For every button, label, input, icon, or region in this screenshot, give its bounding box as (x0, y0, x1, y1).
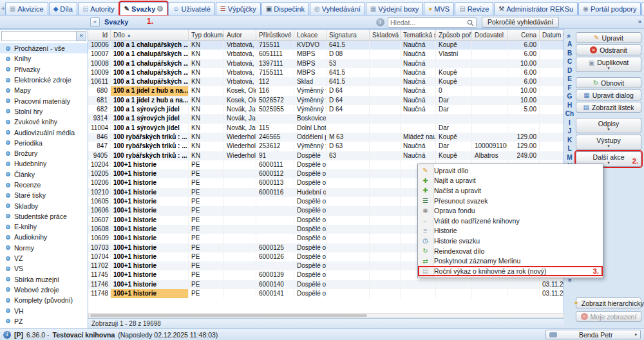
sidebar-item[interactable]: Články (0, 169, 88, 180)
menu-item-find-and-edit[interactable]: ✚Najít a upravit (418, 176, 603, 186)
table-row[interactable]: 10007100 a 1 chalupářských ...KNVrbatová… (88, 50, 564, 59)
sidebar-item[interactable]: VZ (0, 253, 88, 263)
sidebar-item[interactable]: Brožury (0, 148, 88, 158)
menu-item-annual-report[interactable]: ▤Roční výkaz o knihovně za rok (nový)3. (418, 266, 603, 276)
sidebar-item[interactable]: Studentské práce (0, 211, 88, 222)
column-header-skladova[interactable]: Skladová si... (370, 30, 401, 40)
sidebar-item[interactable]: Knihy (0, 53, 88, 64)
column-header-autor[interactable]: Autor (224, 30, 256, 40)
tab-search[interactable]: ◎Vyhledávání (310, 2, 365, 15)
tab-mvs[interactable]: ●MVS (424, 2, 454, 15)
alphabet-letter-h[interactable]: H (567, 101, 572, 110)
alphabet-letter-f[interactable]: F (567, 84, 571, 93)
sidebar-item[interactable]: VH (0, 305, 88, 316)
sidebar-item[interactable]: Hudebniny (0, 158, 88, 169)
table-row[interactable]: 680100 a 1 jídel z hub a na...KNKosek, O… (88, 86, 564, 95)
column-header-dilo[interactable]: Dílo▲ (111, 30, 189, 40)
delete-button[interactable]: ✕Odstranit (576, 44, 641, 55)
alphabet-letter-b[interactable]: B (567, 49, 572, 58)
menu-item-edit-work[interactable]: ✎Upravit dílo (418, 165, 603, 176)
column-header-id[interactable]: Id (88, 30, 111, 40)
sidebar-item[interactable]: Stolní hry (0, 106, 88, 117)
edit-dialog-button[interactable]: ▦Upravit dialog (576, 90, 641, 100)
sidebar-item[interactable]: Pracovní materiály (0, 95, 88, 106)
menu-item-provide-merlin-records[interactable]: ⇄Poskytnout záznamy Merlinu (418, 256, 603, 266)
alphabet-letter-d[interactable]: D (567, 66, 572, 75)
sidebar-item[interactable]: Webové zdroje (0, 285, 88, 295)
column-header-prirustkove[interactable]: Přírůstkové ... (256, 30, 294, 40)
expand-panel-icon[interactable]: » (638, 18, 641, 25)
tab-volumes[interactable]: ✎Svazky (120, 2, 168, 15)
tab-dispatching[interactable]: ▣Dispečink (261, 2, 309, 15)
sidebar-item[interactable]: Normy (0, 243, 88, 253)
alphabet-letter-c[interactable]: C (567, 57, 572, 66)
table-row[interactable]: 682100 a 1 sýrových jídelKNNovák, Jan502… (88, 105, 564, 114)
alphabet-letter-i[interactable]: I (569, 118, 571, 128)
table-row[interactable]: 9405100 rybářských triků : ...KNWiederho… (88, 151, 564, 160)
menu-item-fund-repair[interactable]: ✱Oprava fondu (418, 205, 603, 216)
horizontal-scrollbar[interactable] (88, 313, 564, 318)
sidebar-item[interactable]: PZ (0, 316, 88, 326)
advanced-search-button[interactable]: Pokročilé vyhledávání (482, 17, 559, 28)
scrollbar-thumb[interactable] (90, 314, 367, 317)
column-header-signatura[interactable]: Signatura (327, 30, 370, 40)
column-header-lokace[interactable]: Lokace (294, 30, 327, 40)
edit-button[interactable]: ✎Upravit (576, 32, 641, 43)
table-row[interactable]: 681100 a 1 jídel z hub a na...KNKosek, O… (88, 96, 564, 105)
sidebar-item[interactable]: VS (0, 263, 88, 274)
sidebar-item[interactable]: E-knihy (0, 222, 88, 232)
column-header-typ[interactable]: Typ dokume... (189, 30, 224, 40)
column-header-zpusob[interactable]: Způsob poří... (436, 30, 472, 40)
show-card-button[interactable]: ▤Zobrazit lístek (576, 102, 641, 113)
table-row[interactable]: 10006100 a 1 chalupářských ...KNVrbatová… (88, 41, 564, 50)
collapse-sidebar-button[interactable]: « (90, 17, 100, 27)
show-hierarchy-button[interactable]: ✦Zobrazit hierarchicky (576, 298, 641, 308)
sidebar-filter-input[interactable] (2, 33, 76, 40)
table-row[interactable]: 10008100 a 1 chalupářských ...KNVrbatová… (88, 59, 564, 68)
sidebar-item[interactable]: Sbírka muzejní (0, 274, 88, 285)
jump-to-top-icon[interactable]: « (566, 34, 574, 38)
menu-item-return-to-parent-library[interactable]: ←Vrátit do nadřízené knihovny (418, 216, 603, 226)
search-input[interactable] (390, 19, 467, 26)
sidebar-item[interactable]: Recenze (0, 180, 88, 190)
tab-authorities[interactable]: ▤Autority (78, 2, 119, 15)
table-row[interactable]: 11004100 a 1 sýrových jídelKNNovák, Jan1… (88, 124, 564, 133)
sidebar-item[interactable]: Mapy (0, 85, 88, 95)
tab-dispensing-boxes[interactable]: ▦Výdejní boxy (366, 2, 423, 15)
column-header-tematicka[interactable]: Tematická s... (401, 30, 436, 40)
column-header-cena[interactable]: Cena (507, 30, 540, 40)
alphabet-letter-j[interactable]: J (568, 127, 572, 136)
table-row[interactable]: 11748100+1 historiePE6000141Dospělé odd.… (88, 289, 564, 298)
sidebar-item[interactable]: Elektronické zdroje (0, 75, 88, 85)
sidebar-item[interactable]: Skladby (0, 200, 88, 211)
column-header-dodavatel[interactable]: Dodavatel (472, 30, 507, 40)
table-row[interactable]: 11746100+1 historiePE6000140Dospělé odd.… (88, 280, 564, 289)
tab-support-portal[interactable]: ◉Portál podpory (578, 2, 641, 15)
tab-revision[interactable]: ▤Revize (455, 2, 493, 15)
my-view-button[interactable]: −Moje zobrazení (576, 311, 641, 322)
sidebar-item[interactable]: Periodika (0, 138, 88, 148)
sidebar-item[interactable]: Staré tisky (0, 190, 88, 200)
tab-works[interactable]: ◆Díla (49, 2, 77, 15)
outputs-button[interactable]: Výstupy▾ (576, 135, 641, 150)
sidebar-item[interactable]: Zvukové knihy (0, 117, 88, 127)
tab-loans[interactable]: ☰Výpůjčky (216, 2, 261, 15)
sidebar-item[interactable]: Komplety (původní) (0, 295, 88, 305)
user-menu-button[interactable]: Benda Petr ▾ (545, 330, 641, 339)
alphabet-letter-g[interactable]: G (567, 92, 573, 101)
menu-item-move-volume[interactable]: ☰Přesunout svazek (418, 196, 603, 206)
table-row[interactable]: 9314100 a 1 sýrových jídelKNNovák, JanBo… (88, 114, 564, 123)
tab-acquisition[interactable]: ▦Akvizice (5, 2, 48, 15)
sidebar-item[interactable]: Audioknihy (0, 232, 88, 242)
alphabet-letter-m[interactable]: M (567, 153, 572, 162)
alphabet-letter-e[interactable]: E (567, 75, 572, 84)
write-offs-button[interactable]: Odpisy▾ (576, 118, 641, 133)
tab-reks-admin[interactable]: ⚒Administrátor REKSu (494, 2, 578, 15)
alphabet-letter-ch[interactable]: Ch (565, 109, 574, 118)
tab-users[interactable]: ☺Uživatelé (168, 2, 214, 15)
jump-to-bottom-icon[interactable]: « (566, 278, 574, 281)
table-row[interactable]: 846100 rybářských triků : ...KNWiederhol… (88, 133, 564, 142)
tab-settings[interactable]: ⚒Nastavení (641, 2, 644, 15)
duplicate-button[interactable]: ▣Duplikovat▾ (576, 57, 641, 72)
menu-item-load-and-edit[interactable]: ✚Načíst a upravit (418, 185, 603, 196)
